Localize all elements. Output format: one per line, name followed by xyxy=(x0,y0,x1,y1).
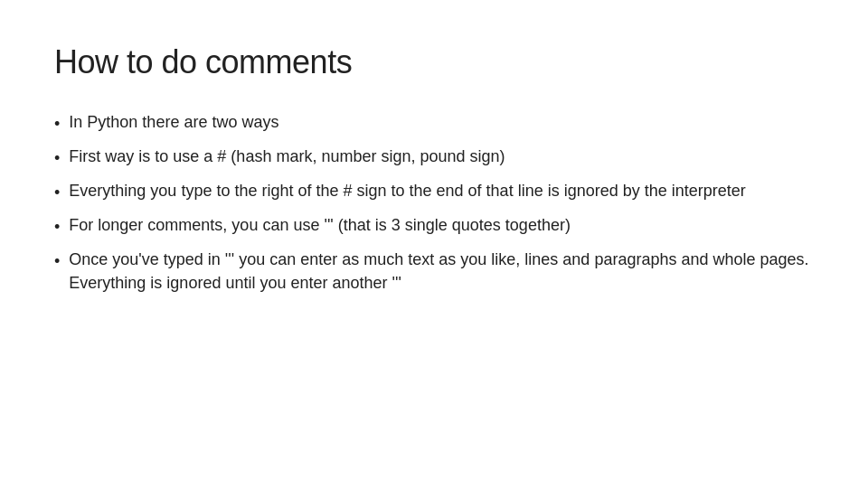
bullet-dot-3: • xyxy=(54,181,60,204)
bullet-item-2: •First way is to use a # (hash mark, num… xyxy=(54,145,814,170)
slide: How to do comments •In Python there are … xyxy=(0,0,868,488)
bullet-dot-1: • xyxy=(54,112,60,136)
bullet-text-2: First way is to use a # (hash mark, numb… xyxy=(69,145,814,168)
bullet-dot-2: • xyxy=(54,146,60,170)
bullet-list: •In Python there are two ways•First way … xyxy=(54,110,814,296)
bullet-item-5: •Once you've typed in ''' you can enter … xyxy=(54,248,814,295)
bullet-text-1: In Python there are two ways xyxy=(69,110,814,134)
bullet-dot-5: • xyxy=(54,249,60,273)
bullet-item-1: •In Python there are two ways xyxy=(54,110,814,136)
bullet-text-4: For longer comments, you can use ''' (th… xyxy=(69,213,814,237)
bullet-text-5: Once you've typed in ''' you can enter a… xyxy=(69,248,814,295)
slide-title: How to do comments xyxy=(54,43,814,81)
bullet-dot-4: • xyxy=(54,215,60,239)
bullet-item-4: •For longer comments, you can use ''' (t… xyxy=(54,213,814,239)
bullet-text-3: Everything you type to the right of the … xyxy=(69,179,814,202)
bullet-item-3: •Everything you type to the right of the… xyxy=(54,179,814,204)
